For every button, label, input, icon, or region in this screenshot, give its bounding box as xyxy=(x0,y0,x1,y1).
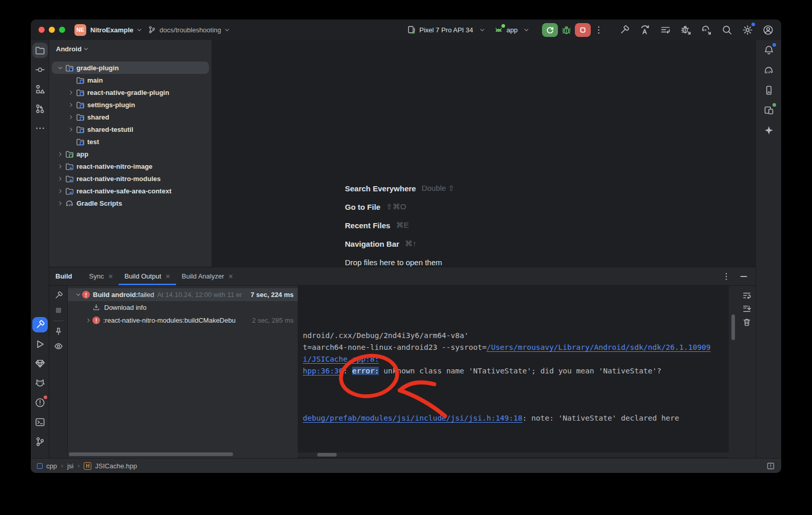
close-icon[interactable]: ✕ xyxy=(165,273,170,280)
vertical-scrollbar[interactable] xyxy=(731,314,735,340)
rerun-button[interactable] xyxy=(542,23,558,37)
chevron-right-icon[interactable] xyxy=(67,113,75,121)
gradle-tool[interactable] xyxy=(761,63,777,78)
commit-tool[interactable] xyxy=(32,62,48,77)
view-options[interactable] xyxy=(54,342,63,351)
profile-icon[interactable] xyxy=(760,22,776,38)
console-file-link[interactable]: hpp:36:36 xyxy=(303,367,343,375)
build-output-console[interactable]: ndroid/.cxx/Debug/2nd4i3y6/arm64-v8a't=a… xyxy=(298,286,729,458)
notifications-tool[interactable] xyxy=(761,43,777,58)
pull-requests-tool[interactable] xyxy=(32,101,48,116)
soft-wrap-toggle[interactable] xyxy=(742,291,751,300)
debug-button[interactable] xyxy=(561,25,572,35)
chevron-right-icon[interactable] xyxy=(56,150,65,158)
tree-item-react-native-nitro-modules[interactable]: react-native-nitro-modules xyxy=(52,172,209,185)
gradle-sync-icon[interactable] xyxy=(699,22,714,38)
terminal-tool[interactable] xyxy=(32,414,48,430)
more-tool-windows[interactable] xyxy=(32,121,48,136)
hide-panel[interactable] xyxy=(739,272,748,281)
more-options-icon[interactable] xyxy=(594,25,604,35)
chevron-right-icon[interactable] xyxy=(67,101,75,109)
structure-tool[interactable] xyxy=(32,82,48,97)
running-devices-tool[interactable] xyxy=(761,83,777,98)
project-tool[interactable] xyxy=(32,43,48,58)
chevron-down-icon[interactable] xyxy=(56,64,65,72)
tree-item-app[interactable]: app xyxy=(52,148,209,160)
tree-item-test[interactable]: test xyxy=(52,135,209,148)
rerun-build[interactable] xyxy=(54,291,63,300)
build-row-duration: 7 sec, 224 ms xyxy=(247,291,294,299)
titlebar: NE NitroExample docs/troubleshooting Pix… xyxy=(31,19,781,40)
chevron-right-icon[interactable] xyxy=(67,88,75,96)
version-control-tool[interactable] xyxy=(32,434,48,449)
minimize-window-button[interactable] xyxy=(49,27,55,33)
logcat-tool[interactable] xyxy=(32,375,48,391)
tree-item-react-native-gradle-plugin[interactable]: react-native-gradle-plugin xyxy=(52,86,209,98)
device-manager-tool[interactable] xyxy=(761,103,777,118)
build-variants-icon[interactable] xyxy=(658,22,673,38)
settings-icon[interactable] xyxy=(740,22,756,38)
attach-debugger-icon[interactable] xyxy=(678,22,694,38)
chevron-right-icon[interactable] xyxy=(56,199,65,207)
close-icon[interactable]: ✕ xyxy=(108,273,113,280)
scroll-to-end[interactable] xyxy=(742,304,751,313)
stop-button[interactable] xyxy=(575,23,591,37)
search-icon[interactable] xyxy=(719,22,735,38)
tree-item-gradle-plugin[interactable]: gradle-plugin xyxy=(52,62,209,74)
project-view-selector[interactable]: Android xyxy=(49,40,211,57)
tree-item-react-native-nitro-image[interactable]: react-native-nitro-image xyxy=(52,160,209,172)
chevron-right-icon[interactable] xyxy=(67,125,75,133)
tab-sync[interactable]: Sync✕ xyxy=(84,267,119,285)
tree-item-main[interactable]: main xyxy=(52,74,209,86)
tree-item-label: react-native-safe-area-context xyxy=(76,187,171,195)
close-window-button[interactable] xyxy=(38,27,45,33)
project-name[interactable]: NitroExample xyxy=(90,26,133,34)
branch-name[interactable]: docs/troubleshooting xyxy=(160,26,221,34)
problems-tool[interactable] xyxy=(32,395,48,410)
app-quality-insights-tool[interactable] xyxy=(32,356,48,371)
chevron-right-icon[interactable] xyxy=(56,174,65,183)
tree-item-gradle-scripts[interactable]: Gradle Scripts xyxy=(52,197,209,209)
divider xyxy=(53,321,64,321)
build-tree-row[interactable]: Download info xyxy=(68,301,298,314)
build-tool[interactable] xyxy=(32,317,48,332)
chevron-down-icon[interactable] xyxy=(74,291,82,298)
gemini-tool[interactable] xyxy=(761,123,777,138)
tab-build-output[interactable]: Build Output✕ xyxy=(119,267,176,285)
horizontal-scrollbar[interactable] xyxy=(69,452,233,456)
apply-changes-icon[interactable] xyxy=(637,22,653,38)
chevron-right-icon[interactable] xyxy=(56,162,65,170)
chevron-right-icon[interactable] xyxy=(56,187,65,195)
breadcrumb-jsicache-hpp[interactable]: HJSICache.hpp xyxy=(84,462,137,470)
console-line xyxy=(303,377,729,389)
close-icon[interactable]: ✕ xyxy=(228,273,233,280)
build-tree-row[interactable]: !:react-native-nitro-modules:buildCMakeD… xyxy=(68,314,298,327)
pin-tab[interactable] xyxy=(54,327,63,336)
run-tool[interactable] xyxy=(32,336,48,352)
tree-item-settings-plugin[interactable]: settings-plugin xyxy=(52,98,209,111)
horizontal-scrollbar[interactable] xyxy=(317,453,337,457)
device-selector[interactable]: Pixel 7 Pro API 34 xyxy=(419,26,473,34)
zoom-window-button[interactable] xyxy=(59,27,65,33)
console-file-link[interactable]: i/JSICache.cpp:8: xyxy=(303,355,379,363)
tree-item-shared-testutil[interactable]: shared-testutil xyxy=(52,123,209,135)
event-log-icon[interactable] xyxy=(766,462,775,470)
stop-build[interactable] xyxy=(54,306,63,315)
tab-build-analyzer[interactable]: Build Analyzer✕ xyxy=(176,267,239,285)
header-file-icon: H xyxy=(84,462,91,470)
shortcut-hint: Navigation Bar⌘↑ xyxy=(345,234,455,253)
clear-all[interactable] xyxy=(742,318,751,327)
breadcrumb-cpp[interactable]: cpp xyxy=(37,462,57,470)
tree-item-react-native-safe-area-context[interactable]: react-native-safe-area-context xyxy=(52,185,209,197)
options-menu[interactable] xyxy=(722,272,731,281)
run-config-selector[interactable]: app xyxy=(507,26,518,34)
chevron-right-icon[interactable] xyxy=(84,317,92,324)
console-file-link[interactable]: /Users/mrousavy/Library/Android/sdk/ndk/… xyxy=(487,343,711,351)
build-tree-row[interactable]: !Build android: failedAt 14.10.24, 12:00… xyxy=(68,288,298,301)
tree-item-shared[interactable]: shared xyxy=(52,111,209,123)
build-icon[interactable] xyxy=(616,22,632,38)
breadcrumb-jsi[interactable]: jsi xyxy=(67,462,73,470)
console-file-link[interactable]: debug/prefab/modules/jsi/include/jsi/jsi… xyxy=(303,414,523,422)
chevron-placeholder xyxy=(67,137,75,146)
build-row-duration: 2 sec, 285 ms xyxy=(249,316,294,324)
